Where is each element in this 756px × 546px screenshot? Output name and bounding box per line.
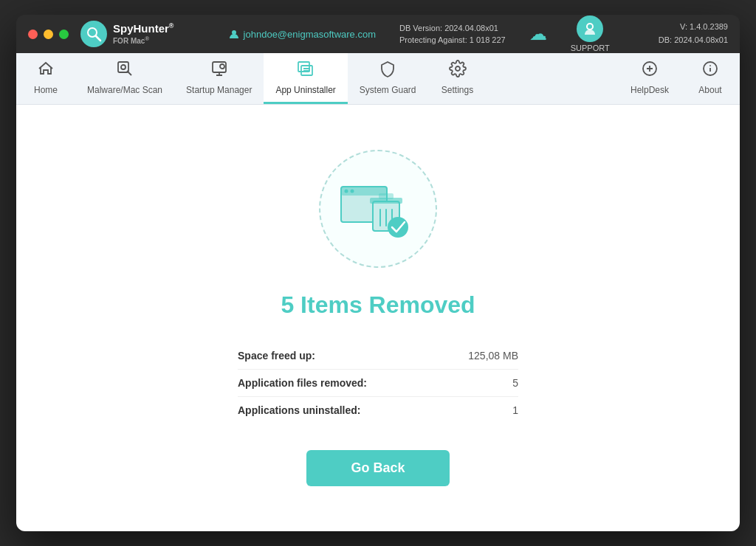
nav-helpdesk[interactable]: HelpDesk — [619, 53, 681, 104]
nav-right: HelpDesk About — [619, 53, 740, 104]
svg-point-29 — [351, 190, 354, 193]
download-wrap: ☁ — [529, 24, 547, 44]
uninstaller-icon — [297, 60, 315, 82]
db-info: DB Version: 2024.04.08x01 Protecting Aga… — [399, 22, 506, 46]
nav-about-label: About — [698, 85, 721, 95]
svg-point-19 — [456, 66, 460, 71]
nav-malware[interactable]: Malware/Mac Scan — [75, 53, 174, 104]
nav-home-label: Home — [34, 85, 58, 95]
nav-startup[interactable]: Startup Manager — [174, 53, 264, 104]
support-label: SUPPORT — [571, 44, 610, 52]
nav-home[interactable]: Home — [16, 53, 75, 104]
nav-uninstaller[interactable]: App Uninstaller — [264, 53, 347, 104]
app-version: V: 1.4.0.2389 — [680, 21, 728, 34]
nav-guard-label: System Guard — [360, 85, 416, 95]
svg-point-28 — [345, 190, 348, 193]
main-content: 5 Items Removed Space freed up: 125,08 M… — [16, 105, 740, 531]
user-email: johndoe@enigmasoftware.com — [244, 29, 376, 40]
svg-point-25 — [710, 66, 711, 66]
malware-icon — [116, 60, 134, 82]
db-version-right: DB: 2024.04.08x01 — [659, 34, 728, 47]
nav-startup-label: Startup Manager — [186, 85, 252, 95]
nav-uninstaller-label: App Uninstaller — [275, 85, 335, 95]
stat-label-files: Application files removed: — [238, 377, 367, 389]
db-version: DB Version: 2024.04.08x01 — [399, 22, 498, 35]
stat-label-apps: Applications uninstalled: — [238, 404, 360, 416]
stats-table: Space freed up: 125,08 MB Application fi… — [238, 342, 518, 424]
svg-line-1 — [96, 36, 100, 41]
version-info: V: 1.4.0.2389 DB: 2024.04.08x01 — [659, 21, 728, 46]
main-window: SpyHunter® FOR Mac® johndoe@enigmasoftwa… — [16, 15, 740, 531]
stat-label-space: Space freed up: — [238, 350, 315, 362]
protecting-count: Protecting Against: 1 018 227 — [399, 34, 506, 46]
stat-row-apps: Applications uninstalled: 1 — [238, 397, 518, 424]
go-back-button[interactable]: Go Back — [306, 450, 449, 486]
support-button[interactable]: SUPPORT — [571, 15, 610, 52]
download-cloud-icon: ☁ — [529, 24, 547, 44]
svg-rect-32 — [379, 193, 394, 199]
svg-point-36 — [388, 217, 408, 238]
close-button[interactable] — [28, 30, 38, 39]
settings-icon — [449, 60, 467, 82]
minimize-button[interactable] — [44, 30, 53, 39]
stat-row-files: Application files removed: 5 — [238, 370, 518, 397]
title-bar-center: johndoe@enigmasoftware.com DB Version: 2… — [179, 15, 658, 52]
svg-line-5 — [127, 71, 131, 75]
support-icon — [577, 15, 603, 42]
svg-point-3 — [587, 24, 593, 30]
nav-settings-label: Settings — [441, 85, 473, 95]
nav-bar: Home Malware/Mac Scan — [16, 53, 740, 105]
svg-point-6 — [121, 65, 126, 69]
nav-about[interactable]: About — [681, 53, 740, 104]
nav-helpdesk-label: HelpDesk — [630, 85, 669, 95]
startup-icon — [210, 60, 228, 82]
stat-value-space: 125,08 MB — [468, 350, 518, 362]
stat-value-files: 5 — [512, 377, 518, 389]
traffic-lights — [28, 30, 69, 39]
nav-settings[interactable]: Settings — [428, 53, 487, 104]
user-info: johndoe@enigmasoftware.com — [229, 29, 376, 40]
guard-icon — [379, 60, 396, 82]
nav-malware-label: Malware/Mac Scan — [87, 85, 162, 95]
logo-circle — [80, 21, 107, 47]
nav-guard[interactable]: System Guard — [348, 53, 428, 104]
app-logo: SpyHunter® FOR Mac® — [80, 21, 173, 47]
maximize-button[interactable] — [59, 30, 69, 39]
about-icon — [701, 60, 719, 82]
title-bar: SpyHunter® FOR Mac® johndoe@enigmasoftwa… — [16, 15, 740, 53]
result-icon-circle — [319, 150, 437, 268]
stat-value-apps: 1 — [512, 404, 518, 416]
svg-rect-4 — [118, 62, 128, 72]
stat-row-space: Space freed up: 125,08 MB — [238, 342, 518, 370]
home-icon — [37, 60, 55, 82]
svg-rect-15 — [298, 62, 309, 72]
helpdesk-icon — [641, 60, 659, 82]
user-icon — [229, 29, 239, 39]
nav-spacer — [487, 53, 619, 104]
headline: 5 Items Removed — [281, 291, 475, 319]
